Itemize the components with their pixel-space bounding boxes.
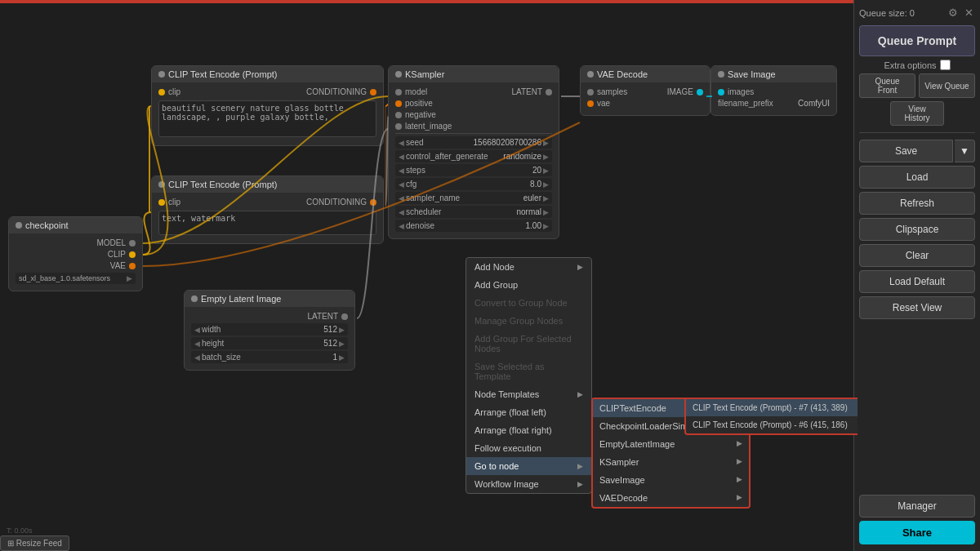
ksampler-latent-out: LATENT [511, 87, 552, 96]
extra-options-row: Extra options [859, 60, 975, 70]
manager-button[interactable]: Manager [859, 495, 975, 518]
checkpoint-vae-port [129, 263, 136, 269]
node-latent: Empty Latent Image LATENT ◀ width 512 ▶ … [184, 290, 355, 371]
save-images-label: images [728, 87, 754, 96]
ksampler-steps-row[interactable]: ◀ steps 20 ▶ [395, 164, 552, 176]
ksampler-positive-in: positive [395, 99, 433, 108]
ctx-arrange-left[interactable]: Arrange (float left) [466, 403, 591, 421]
clip-submenu-item2-label: CLIP Text Encode (Prompt) - #6 (415, 186… [693, 420, 848, 429]
ksampler-seed-row[interactable]: ◀ seed 156680208700286 ▶ [395, 136, 552, 149]
checkpoint-file-row[interactable]: sd_xl_base_1.0.safetensors ▶ [16, 273, 136, 284]
goto-latent-item[interactable]: EmptyLatentImage ▶ [593, 435, 749, 453]
ctx-goto-node[interactable]: Go to node ▶ [466, 457, 591, 475]
latent-height-row[interactable]: ◀ height 512 ▶ [191, 337, 348, 349]
latent-width-row[interactable]: ◀ width 512 ▶ [191, 323, 348, 335]
save-arrow-button[interactable]: ▼ [955, 140, 975, 162]
node-clip2-clip-row: clip CONDITIONING [158, 198, 376, 207]
node-clip1: CLIP Text Encode (Prompt) clip CONDITION… [151, 65, 384, 146]
panel-icons: ⚙ ✕ [947, 7, 975, 19]
bottom-time: T: 0.00s [7, 527, 33, 535]
ctx-node-templates[interactable]: Node Templates ▶ [466, 385, 591, 403]
ksampler-scheduler-val: normal [516, 207, 541, 216]
ksampler-latent-image-in: latent_image [395, 122, 452, 131]
clear-button[interactable]: Clear [859, 244, 975, 267]
clip-submenu-item1[interactable]: CLIP Text Encode (Prompt) - #7 (413, 389… [686, 399, 858, 416]
ksampler-denoise-row[interactable]: ◀ denoise 1.00 ▶ [395, 220, 552, 232]
node-save: Save Image images filename_prefix ComfyU… [710, 65, 837, 116]
queue-prompt-button[interactable]: Queue Prompt [859, 25, 975, 56]
ksampler-sampler-label: sampler_name [406, 193, 523, 202]
reset-view-button[interactable]: Reset View [859, 296, 975, 319]
ctx-follow-execution[interactable]: Follow execution [466, 439, 591, 457]
goto-ksampler-item[interactable]: KSampler ▶ [593, 453, 749, 471]
view-queue-button[interactable]: View Queue [919, 73, 975, 98]
ctx-add-node[interactable]: Add Node ▶ [466, 258, 591, 276]
clipspace-button[interactable]: Clipspace [859, 218, 975, 241]
settings-icon-btn[interactable]: ⚙ [947, 7, 960, 19]
vae-image-out: IMAGE [667, 87, 703, 96]
clip2-textarea[interactable]: text, watermark [158, 211, 376, 235]
save-prefix-row: filename_prefix ComfyUI [718, 99, 830, 108]
save-images-row: images [718, 87, 830, 96]
node-latent-header: Empty Latent Image [185, 291, 354, 307]
ksampler-cfg-label: cfg [406, 180, 530, 189]
ksampler-latentimg-label: latent_image [405, 122, 452, 131]
clip1-clip-label: clip [168, 87, 180, 96]
node-save-title: Save Image [728, 69, 776, 79]
ksampler-cfg-row[interactable]: ◀ cfg 8.0 ▶ [395, 178, 552, 190]
checkpoint-model-port [129, 240, 136, 247]
ctx-arrange-right[interactable]: Arrange (float right) [466, 421, 591, 439]
vae-samples-port [587, 89, 594, 96]
refresh-button[interactable]: Refresh [859, 192, 975, 215]
clip1-textarea[interactable]: beautiful scenery nature glass bottle la… [158, 100, 376, 137]
clip2-clip-label: clip [168, 198, 180, 207]
ksampler-sampler-right: ▶ [543, 194, 549, 202]
vae-vae-label: vae [597, 99, 610, 108]
queue-front-button[interactable]: Queue Front [859, 73, 915, 98]
load-button[interactable]: Load [859, 166, 975, 189]
checkpoint-file-val: sd_xl_base_1.0.safetensors [19, 274, 125, 282]
latent-batch-row[interactable]: ◀ batch_size 1 ▶ [191, 351, 348, 363]
ksampler-sampler-row[interactable]: ◀ sampler_name euler ▶ [395, 192, 552, 204]
ksampler-negative-in: negative [395, 110, 436, 119]
share-button[interactable]: Share [859, 521, 975, 544]
ctx-save-template-label: Save Selected as Template [474, 362, 583, 381]
node-latent-body: LATENT ◀ width 512 ▶ ◀ height 512 ▶ ◀ ba… [185, 307, 354, 370]
ctx-convert-group: Convert to Group Node [466, 294, 591, 312]
ctx-arrange-left-label: Arrange (float left) [474, 407, 546, 417]
goto-vaedecode-item[interactable]: VAEDecode ▶ [593, 489, 749, 507]
extra-options-checkbox[interactable] [940, 60, 951, 70]
node-save-body: images filename_prefix ComfyUI [711, 82, 836, 115]
ksampler-scheduler-label: scheduler [406, 207, 516, 216]
ctx-add-node-arrow: ▶ [577, 263, 583, 271]
view-history-button[interactable]: View History [890, 101, 943, 126]
load-default-button[interactable]: Load Default [859, 270, 975, 293]
checkpoint-clip-out: CLIP [108, 250, 136, 259]
ksampler-negative-label: negative [405, 110, 436, 119]
goto-saveimage-item[interactable]: SaveImage ▶ [593, 471, 749, 489]
goto-ksampler-label: KSampler [599, 457, 639, 467]
ksampler-steps-left: ◀ [399, 167, 404, 175]
save-images-port [718, 89, 724, 96]
ksampler-seed-right: ▶ [543, 139, 549, 147]
ctx-add-group[interactable]: Add Group [466, 276, 591, 294]
latent-latent-row: LATENT [191, 312, 348, 321]
ksampler-scheduler-row[interactable]: ◀ scheduler normal ▶ [395, 206, 552, 218]
checkpoint-vae-row: VAE [16, 261, 136, 270]
ksampler-steps-label: steps [406, 166, 532, 175]
resize-feed-button[interactable]: ⊞ Resize Feed [0, 535, 69, 551]
clip-submenu: CLIP Text Encode (Prompt) - #7 (413, 389… [684, 398, 858, 435]
ksampler-seed-label: seed [406, 138, 474, 147]
ctx-follow-execution-label: Follow execution [474, 443, 541, 453]
ksampler-control-row[interactable]: ◀ control_after_generate randomize ▶ [395, 150, 552, 162]
save-button[interactable]: Save [859, 140, 953, 162]
top-bar [0, 0, 858, 3]
clip1-cond-label: CONDITIONING [306, 87, 367, 96]
ctx-workflow-image[interactable]: Workflow Image ▶ [466, 475, 591, 493]
clip-submenu-item2[interactable]: CLIP Text Encode (Prompt) - #6 (415, 186… [686, 416, 858, 433]
latent-latent-port [341, 313, 348, 320]
goto-clip-label: CLIPTextEncode [599, 403, 666, 413]
ctx-add-group-selected: Add Group For Selected Nodes [466, 330, 591, 358]
extra-options-label: Extra options [884, 60, 936, 70]
close-icon-btn[interactable]: ✕ [963, 7, 975, 19]
